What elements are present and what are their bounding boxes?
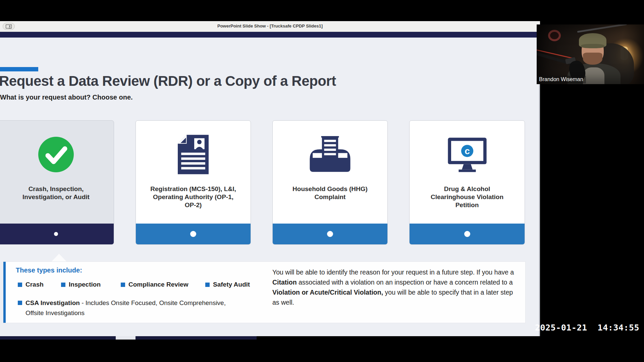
bullet-square-icon [121, 283, 125, 287]
document-profile-icon [178, 134, 209, 175]
screen: PowerPoint Slide Show - [Trucksafe CPDP … [0, 0, 644, 362]
option-card-crash-inspection[interactable]: Crash, Inspection, Investigation, or Aud… [0, 120, 114, 245]
type-item-crash: Crash [18, 281, 44, 288]
card-footer [410, 224, 525, 244]
bullet-square-icon [18, 301, 22, 305]
radio-unselected-icon[interactable] [327, 231, 333, 237]
option-card-hhg-complaint[interactable]: Household Goods (HHG) Complaint [272, 120, 388, 245]
clearinghouse-monitor-icon: c [446, 134, 489, 175]
card-label: Crash, Inspection, Investigation, or Aud… [17, 185, 95, 201]
type-item-compliance-review: Compliance Review [121, 281, 188, 288]
type-item-inspection: Inspection [61, 281, 101, 288]
card-footer-selected [0, 224, 114, 244]
radio-selected-icon[interactable] [54, 232, 58, 236]
page-subtitle: What is your request about? Choose one. [0, 94, 133, 101]
radio-unselected-icon[interactable] [464, 231, 470, 237]
recording-timestamp: 2025-01-21 14:34:55 [535, 323, 639, 333]
complaint-inbox-icon [308, 134, 353, 175]
radio-unselected-icon[interactable] [190, 231, 196, 237]
slide-top-border [0, 32, 540, 38]
green-check-circle-icon [37, 134, 75, 175]
webcam-overlay: Brandon Wiseman [537, 24, 644, 84]
webcam-name-label: Brandon Wiseman [537, 76, 586, 83]
panel-title: These types include: [16, 266, 82, 274]
bullet-square-icon [61, 283, 65, 287]
type-item-safety-audit: Safety Audit [205, 281, 250, 288]
card-label: Household Goods (HHG) Complaint [290, 185, 370, 201]
type-item-csa-investigation: CSA Investigation - Includes Onsite Focu… [18, 298, 239, 318]
card-label: Registration (MCS-150), L&I, Operating A… [150, 185, 237, 209]
option-card-registration[interactable]: Registration (MCS-150), L&I, Operating A… [136, 120, 251, 245]
panel-note: You will be able to identify the reason … [272, 267, 515, 307]
bullet-square-icon [205, 283, 210, 287]
powerpoint-titlebar: PowerPoint Slide Show - [Trucksafe CPDP … [0, 21, 540, 32]
card-label: Drug & Alcohol Clearinghouse Violation P… [427, 185, 507, 209]
window-title: PowerPoint Slide Show - [Trucksafe CPDP … [0, 23, 540, 28]
card-footer [273, 224, 387, 244]
bullet-square-icon [18, 283, 22, 287]
option-card-clearinghouse[interactable]: c Drug & Alcohol Clearinghouse Violation… [409, 120, 525, 245]
svg-text:c: c [465, 146, 470, 156]
card-footer [136, 224, 251, 244]
page-title: Request a Data Review (RDR) or a Copy of… [0, 73, 336, 89]
types-include-panel: These types include: Crash Inspection Co… [3, 262, 525, 323]
tooltip-pointer [51, 254, 67, 262]
heading-accent-bar [0, 67, 38, 71]
webcam-vignette [537, 24, 644, 84]
slide-content: Request a Data Review (RDR) or a Copy of… [0, 38, 540, 336]
window-bottom-edge [0, 336, 257, 340]
